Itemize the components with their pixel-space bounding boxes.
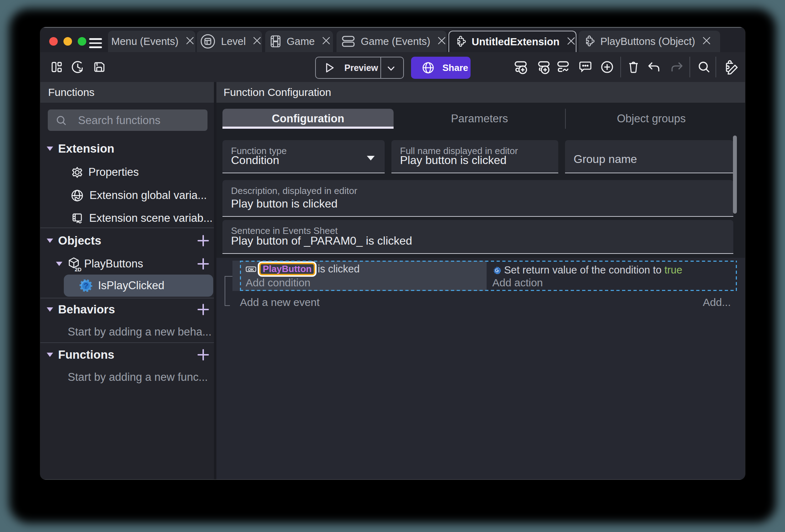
svg-text:2D: 2D (75, 266, 81, 272)
svg-text:?: ? (83, 281, 88, 290)
